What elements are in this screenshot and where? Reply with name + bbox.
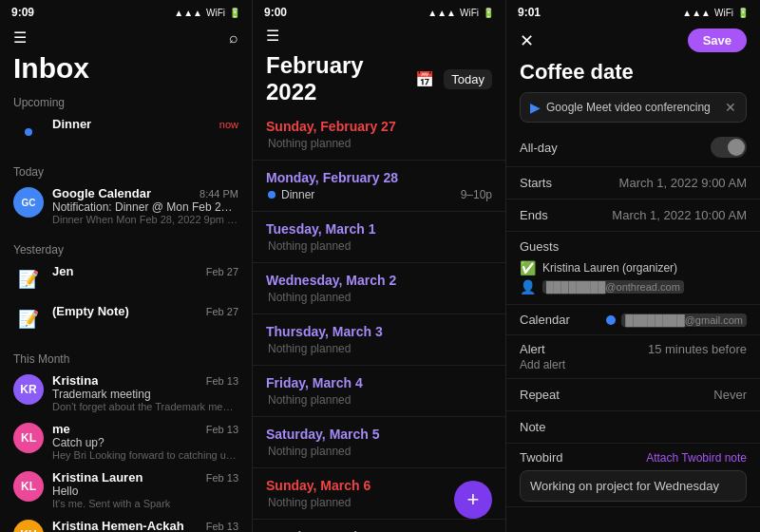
list-item[interactable]: KH Kristina Hemen-Ackah Feb 13 Hello fri… <box>0 514 252 532</box>
calendar-day: Tuesday, March 1 Nothing planned <box>253 216 505 258</box>
alert-value: 15 minutes before <box>648 342 747 356</box>
day-header: Monday, February 28 <box>266 170 492 185</box>
section-this-month: This Month <box>0 347 252 369</box>
add-alert-button[interactable]: Add alert <box>520 356 747 371</box>
item-time: Feb 27 <box>206 306 238 317</box>
item-content: Kristina Hemen-Ackah Feb 13 Hello friend… <box>52 519 238 532</box>
attach-twobird-button[interactable]: Attach Twobird note <box>646 451 747 465</box>
section-upcoming: Upcoming <box>0 90 252 112</box>
day-content[interactable]: Dinner 9–10p <box>266 188 492 201</box>
list-item[interactable]: KR Kristina Feb 13 Trademark meeting Don… <box>0 369 252 417</box>
alert-row[interactable]: Alert 15 minutes before <box>520 342 747 356</box>
calendar-day: Sunday, February 27 Nothing planned <box>253 113 505 156</box>
search-icon[interactable]: ⌕ <box>229 29 238 47</box>
avatar: KL <box>13 423 44 453</box>
save-button[interactable]: Save <box>688 28 747 52</box>
item-content: Kristina Lauren Feb 13 Hello It's me. Se… <box>52 470 238 509</box>
list-item[interactable]: 📝 (Empty Note) Feb 27 <box>0 299 252 339</box>
alert-section: Alert 15 minutes before Add alert <box>506 335 760 379</box>
ends-row[interactable]: Ends March 1, 2022 10:00 AM <box>506 200 760 232</box>
note-icon: 📝 <box>13 264 44 294</box>
item-time: 8:44 PM <box>200 188 238 200</box>
item-sender: Google Calendar <box>52 186 151 200</box>
list-item[interactable]: KL me Feb 13 Catch up? Hey Bri Looking f… <box>0 417 252 466</box>
list-item[interactable]: 📝 Jen Feb 27 <box>0 259 252 299</box>
item-time: Feb 13 <box>206 424 238 435</box>
avatar: KH <box>13 520 44 532</box>
day-content: Nothing planned <box>266 137 492 150</box>
repeat-label: Repeat <box>520 388 560 402</box>
calendar-icon[interactable]: 📅 <box>415 70 434 88</box>
all-day-label: All-day <box>520 141 558 155</box>
hamburger-icon[interactable]: ☰ <box>13 28 27 47</box>
item-preview: Dinner When Mon Feb 28, 2022 9pm – 10pm … <box>52 214 238 225</box>
item-subject: Catch up? <box>52 436 238 449</box>
guests-label: Guests <box>520 239 747 254</box>
item-sender: Kristina Hemen-Ackah <box>52 519 184 532</box>
event-detail-panel: 9:01 ▲▲▲ WiFi 🔋 ✕ Save Coffee date ▶ Goo… <box>506 0 760 532</box>
twobird-note[interactable]: Working on project for Wednesday <box>520 470 747 502</box>
status-icons-3: ▲▲▲ WiFi 🔋 <box>682 8 749 18</box>
twobird-section: Twobird Attach Twobird note Working on p… <box>506 444 760 507</box>
meet-close-button[interactable]: ✕ <box>725 100 736 115</box>
item-time: Feb 13 <box>206 375 238 387</box>
calendar-label: Calendar <box>520 313 570 327</box>
item-content: Dinner now <box>52 117 238 131</box>
signal-icon: ▲▲▲ <box>174 8 202 18</box>
item-time: Feb 27 <box>206 266 238 277</box>
status-bar-2: 9:00 ▲▲▲ WiFi 🔋 <box>253 0 505 23</box>
event-title: Coffee date <box>506 56 760 92</box>
calendar-day: Wednesday, March 2 Nothing planned <box>253 267 505 310</box>
list-item[interactable]: GC Google Calendar 8:44 PM Notification:… <box>0 181 252 230</box>
google-meet-bar[interactable]: ▶ Google Meet video conferencing ✕ <box>520 92 747 123</box>
meet-video-icon: ▶ <box>530 100 541 115</box>
inbox-panel: 9:09 ▲▲▲ WiFi 🔋 ☰ ⌕ Inbox Upcoming Dinne… <box>0 0 253 532</box>
calendar-email: ████████@gmail.com <box>621 314 747 327</box>
close-button[interactable]: ✕ <box>520 30 534 51</box>
battery-icon: 🔋 <box>229 8 240 18</box>
calendar-day: Monday, March 7 Nothing planned <box>253 523 505 532</box>
item-time: Feb 13 <box>206 472 238 484</box>
calendar-day: Friday, March 4 Nothing planned <box>253 370 505 412</box>
starts-value: March 1, 2022 9:00 AM <box>619 176 747 190</box>
avatar: GC <box>13 187 44 218</box>
starts-row[interactable]: Starts March 1, 2022 9:00 AM <box>506 167 760 200</box>
fab-button[interactable]: + <box>454 481 492 519</box>
hamburger-icon-cal[interactable]: ☰ <box>266 27 279 45</box>
note-row[interactable]: Note <box>506 411 760 444</box>
calendar-panel: 9:00 ▲▲▲ WiFi 🔋 ☰ February 2022 📅 Today … <box>253 0 506 532</box>
all-day-row: All-day <box>506 128 760 167</box>
day-header: Sunday, February 27 <box>266 119 492 134</box>
guest-name: Kristina Lauren (organizer) <box>542 261 677 275</box>
item-preview: Don't forget about the Trademark meeting… <box>52 401 238 412</box>
day-content: Nothing planned <box>266 445 492 458</box>
guests-section: Guests ✅ Kristina Lauren (organizer) 👤 █… <box>506 232 760 305</box>
day-header: Thursday, March 3 <box>266 324 492 339</box>
item-content: me Feb 13 Catch up? Hey Bri Looking forw… <box>52 422 238 461</box>
item-subject: Notification: Dinner @ Mon Feb 28, 2022… <box>52 200 238 214</box>
status-time-3: 9:01 <box>518 6 541 19</box>
list-item[interactable]: KL Kristina Lauren Feb 13 Hello It's me.… <box>0 466 252 514</box>
calendar-day: Thursday, March 3 Nothing planned <box>253 318 505 361</box>
today-button[interactable]: Today <box>444 69 492 89</box>
all-day-toggle[interactable] <box>711 137 747 158</box>
item-sender: Kristina <box>52 373 98 388</box>
section-today: Today <box>0 160 252 181</box>
meet-label: Google Meet video conferencing <box>546 101 711 114</box>
status-bar-3: 9:01 ▲▲▲ WiFi 🔋 <box>506 0 760 23</box>
person-icon: 👤 <box>520 279 536 294</box>
calendar-title: February 2022 <box>266 52 415 105</box>
avatar: KR <box>13 374 44 405</box>
calendar-value: ████████@gmail.com <box>606 314 747 327</box>
item-content: Jen Feb 27 <box>52 264 238 278</box>
repeat-row[interactable]: Repeat Never <box>506 379 760 411</box>
ends-label: Ends <box>520 208 548 222</box>
meet-info: ▶ Google Meet video conferencing <box>530 100 711 115</box>
status-icons-2: ▲▲▲ WiFi 🔋 <box>428 8 494 18</box>
day-header: Wednesday, March 2 <box>266 273 492 288</box>
section-yesterday: Yesterday <box>0 238 252 259</box>
wifi-icon: WiFi <box>460 8 479 18</box>
item-subject: Hello <box>52 484 238 498</box>
list-item[interactable]: Dinner now <box>0 112 252 152</box>
detail-toolbar: ✕ Save <box>506 23 760 56</box>
